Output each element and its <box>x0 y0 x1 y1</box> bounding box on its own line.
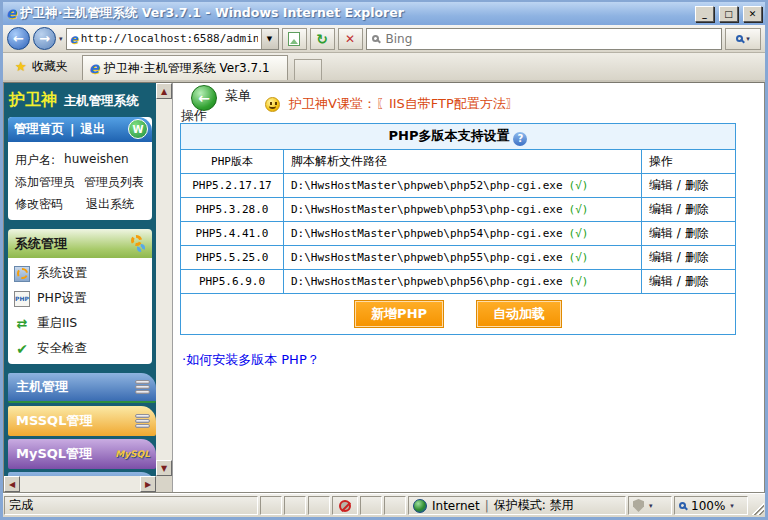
help-link[interactable]: ·如何安装多版本 PHP？ <box>182 351 764 369</box>
compatibility-view-button[interactable] <box>282 28 307 50</box>
sidebar-horizontal-scrollbar[interactable]: ◀ ▶ <box>4 476 156 492</box>
announcement-link[interactable]: 护卫神V课堂：〖IIS自带FTP配置方法〗 <box>289 95 519 113</box>
delete-link[interactable]: 删除 <box>685 178 709 192</box>
table-title-cell: PHP多版本支持设置? <box>181 124 736 150</box>
edit-link[interactable]: 编辑 <box>649 226 673 240</box>
username-label: 用户名: <box>15 152 55 169</box>
ok-check-icon: (√) <box>569 203 589 216</box>
php-version: PHP5.4.41.0 <box>181 221 284 245</box>
menu-link[interactable]: 菜单 <box>225 87 251 105</box>
edit-link[interactable]: 编辑 <box>649 178 673 192</box>
logout-link[interactable]: 退出系统 <box>86 196 134 213</box>
status-segment <box>260 496 282 515</box>
gears-icon <box>131 235 145 252</box>
url-dropdown-button[interactable]: ▼ <box>261 29 278 49</box>
scroll-down-icon[interactable]: ▼ <box>156 460 172 476</box>
back-button[interactable]: ← <box>7 27 30 50</box>
row-actions: 编辑 / 删除 <box>642 197 736 221</box>
delete-link[interactable]: 删除 <box>685 250 709 264</box>
section-title: 系统管理 <box>15 235 67 253</box>
servers-icon <box>135 380 150 394</box>
forward-button[interactable]: → <box>33 27 56 50</box>
exit-link[interactable]: 退出 <box>81 121 106 138</box>
tab-favicon: e <box>89 61 99 76</box>
scroll-right-icon[interactable]: ▶ <box>140 476 156 492</box>
php-version: PHP5.6.9.0 <box>181 269 284 293</box>
refresh-button[interactable]: ↻ <box>310 28 335 50</box>
restart-iis-icon: ⇄ <box>14 316 30 332</box>
favorites-star-icon: ★ <box>15 59 27 74</box>
username-value: huweishen <box>64 152 129 169</box>
content-header: ← 菜单 操作 护卫神V课堂：〖IIS自带FTP配置方法〗 <box>173 83 764 123</box>
minimize-button[interactable]: _ <box>695 6 714 22</box>
address-bar[interactable]: e ▼ <box>66 28 279 50</box>
add-admin-link[interactable]: 添加管理员 <box>15 174 75 191</box>
maximize-button[interactable]: □ <box>719 6 738 22</box>
resize-grip[interactable] <box>750 496 764 515</box>
table-row: PHP5.2.17.17 D:\HwsHostMaster\phpweb\php… <box>181 173 736 197</box>
sidebar-item-security-check[interactable]: ✔ 安全检查 <box>14 340 146 357</box>
row-actions: 编辑 / 删除 <box>642 173 736 197</box>
sidebar-item-php-settings[interactable]: PHP PHP设置 <box>14 290 146 307</box>
admin-list-link[interactable]: 管理员列表 <box>84 174 144 191</box>
section-system-body: 系统设置 PHP PHP设置 ⇄ 重启IIS ✔ 安全检查 <box>8 258 152 364</box>
admin-home-link[interactable]: 管理首页 <box>14 121 64 138</box>
announcement: 护卫神V课堂：〖IIS自带FTP配置方法〗 <box>265 95 519 113</box>
stop-button[interactable]: ✕ <box>338 28 363 50</box>
add-php-button[interactable]: 新增PHP <box>354 300 444 328</box>
url-input[interactable] <box>81 30 258 48</box>
main-area: 护卫神 主机管理系统 管理首页 | 退出 W 用户名: <box>3 82 765 493</box>
security-caret-icon: ▾ <box>649 502 653 510</box>
new-tab-button[interactable] <box>294 59 322 80</box>
history-dropdown-icon[interactable]: ▾ <box>59 35 63 43</box>
auto-load-button[interactable]: 自动加载 <box>476 300 562 328</box>
edit-link[interactable]: 编辑 <box>649 250 673 264</box>
account-panel: 管理首页 | 退出 W 用户名: huweishen 添加管理员 <box>8 117 152 220</box>
delete-link[interactable]: 删除 <box>685 202 709 216</box>
table-footer: 新增PHP 自动加载 <box>181 293 736 334</box>
search-input[interactable] <box>384 31 716 47</box>
status-zoom-segment[interactable]: 100% ▾ <box>674 496 748 515</box>
sidebar-accordion-mysql-management[interactable]: MySQL管理 MySQL <box>8 439 156 469</box>
page-icon: e <box>70 33 78 45</box>
content-area: ← 菜单 操作 护卫神V课堂：〖IIS自带FTP配置方法〗 PHP多版本支持设置… <box>172 83 764 492</box>
table-header-row: PHP版本 脚本解析文件路径 操作 <box>181 149 736 173</box>
scroll-up-icon[interactable]: ▲ <box>156 83 172 99</box>
browser-window: e 护卫神·主机管理系统 Ver3.7.1 - Windows Internet… <box>0 0 768 520</box>
status-security-segment[interactable]: ▾ <box>628 496 672 515</box>
tab-active[interactable]: e 护卫神·主机管理系统 Ver3.7.1 <box>82 55 288 80</box>
zoom-caret-icon: ▾ <box>730 502 734 510</box>
close-button[interactable]: ✕ <box>743 6 762 22</box>
window-title: 护卫神·主机管理系统 Ver3.7.1 - Windows Internet E… <box>20 5 690 22</box>
favorites-button[interactable]: ★ 收藏夹 <box>7 55 76 80</box>
scroll-left-icon[interactable]: ◀ <box>4 476 20 492</box>
search-go-button[interactable]: ▾ <box>725 28 761 50</box>
brand: 护卫神 主机管理系统 <box>4 83 156 116</box>
sidebar-vertical-scrollbar[interactable]: ▲ ▼ <box>156 83 172 476</box>
compatibility-view-icon <box>288 32 300 46</box>
change-password-link[interactable]: 修改密码 <box>15 196 63 213</box>
section-system-management[interactable]: 系统管理 <box>8 229 152 258</box>
sidebar-accordion-mssql-management[interactable]: MSSQL管理 <box>8 406 156 436</box>
ok-check-icon: (√) <box>569 251 589 264</box>
tab-title: 护卫神·主机管理系统 Ver3.7.1 <box>104 60 270 77</box>
zoom-icon <box>679 502 686 509</box>
stop-icon: ✕ <box>345 33 355 45</box>
php-file-icon: PHP <box>14 291 30 307</box>
security-check-icon: ✔ <box>14 341 30 357</box>
sidebar-item-restart-iis[interactable]: ⇄ 重启IIS <box>14 315 146 332</box>
sidebar-item-label: 重启IIS <box>37 315 77 332</box>
delete-link[interactable]: 删除 <box>685 226 709 240</box>
delete-link[interactable]: 删除 <box>685 274 709 288</box>
sidebar-item-label: PHP设置 <box>37 290 86 307</box>
edit-link[interactable]: 编辑 <box>649 274 673 288</box>
security-shield-icon <box>633 499 644 512</box>
help-question-icon[interactable]: ? <box>513 132 527 146</box>
sidebar-item-system-settings[interactable]: 系统设置 <box>14 265 146 282</box>
sidebar-accordion-host-management[interactable]: 主机管理 <box>8 373 156 403</box>
search-box[interactable] <box>366 28 722 50</box>
edit-link[interactable]: 编辑 <box>649 202 673 216</box>
blocked-icon <box>339 500 351 512</box>
favorites-label: 收藏夹 <box>32 58 68 75</box>
php-path: D:\HwsHostMaster\phpweb\php54\php-cgi.ex… <box>284 221 642 245</box>
